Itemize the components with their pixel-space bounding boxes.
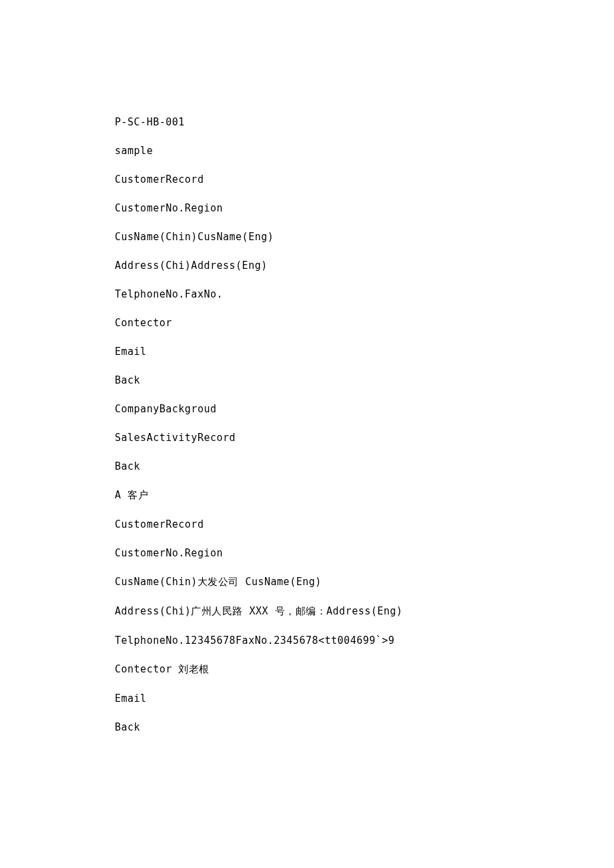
email-field: Email: [115, 346, 614, 358]
back-label: Back: [115, 721, 614, 733]
back-label: Back: [115, 374, 614, 386]
address-field-filled: Address(Chi)广州人民路 XXX 号，邮编：Address(Eng): [115, 605, 614, 618]
telephone-fax-field: TelphoneNo.FaxNo.: [115, 288, 614, 300]
cus-name-field: CusName(Chin)CusName(Eng): [115, 231, 614, 243]
address-field: Address(Chi)Address(Eng): [115, 260, 614, 272]
contector-field-filled: Contector 刘老根: [115, 663, 614, 676]
document-id: P-SC-HB-001: [115, 116, 614, 128]
customer-a-heading: A 客户: [115, 489, 614, 502]
sample-label: sample: [115, 145, 614, 157]
email-field: Email: [115, 693, 614, 705]
contector-field: Contector: [115, 317, 614, 329]
back-label: Back: [115, 460, 614, 472]
company-background-heading: CompanyBackgroud: [115, 403, 614, 415]
telephone-fax-field-filled: TelphoneNo.12345678FaxNo.2345678<tt00469…: [115, 634, 614, 646]
customer-record-heading: CustomerRecord: [115, 518, 614, 530]
document-page: P-SC-HB-001 sample CustomerRecord Custom…: [0, 0, 614, 733]
cus-name-field-filled: CusName(Chin)大发公司 CusName(Eng): [115, 576, 614, 588]
customer-record-heading: CustomerRecord: [115, 173, 614, 185]
customer-no-region-field: CustomerNo.Region: [115, 547, 614, 559]
sales-activity-record-heading: SalesActivityRecord: [115, 432, 614, 444]
customer-no-region-field: CustomerNo.Region: [115, 202, 614, 214]
